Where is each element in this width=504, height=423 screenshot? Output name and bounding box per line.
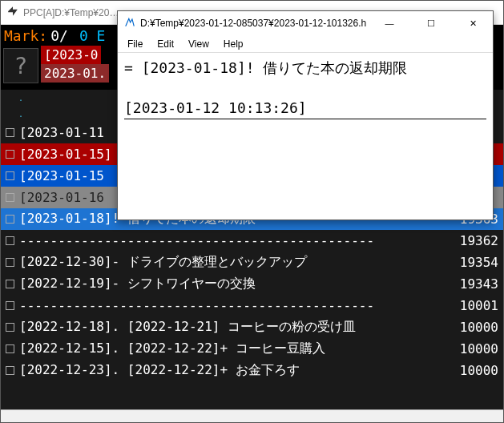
checkbox-icon[interactable] xyxy=(6,128,14,137)
minimize-button[interactable]: — xyxy=(371,11,408,35)
list-item-text: ----------------------------------------… xyxy=(19,233,449,248)
list-item-text: [2022-12-23]. [2022-12-22]+ お金下ろす xyxy=(19,362,449,379)
maximize-button[interactable]: ☐ xyxy=(413,11,450,35)
menu-help[interactable]: Help xyxy=(217,37,250,51)
list-item-text: [2022-12-15]. [2022-12-22]+ コーヒー豆購入 xyxy=(19,340,449,357)
editor-titlebar[interactable]: D:¥Temp¥2023-01-12-085037¥2023-01-12-101… xyxy=(118,11,493,35)
list-item-text: ----------------------------------------… xyxy=(19,298,449,313)
list-item-number: 10001 xyxy=(454,298,498,313)
checkbox-icon[interactable] xyxy=(6,258,14,267)
editor-title-text: D:¥Temp¥2023-01-12-085037¥2023-01-12-101… xyxy=(140,18,366,29)
checkbox-icon[interactable] xyxy=(6,150,14,159)
list-item-number: 19354 xyxy=(454,255,498,270)
list-item-number: 19343 xyxy=(454,276,498,292)
editor-line-2: [2023-01-12 10:13:26] xyxy=(124,98,486,119)
checkbox-icon[interactable] xyxy=(6,236,14,245)
checkbox-icon[interactable] xyxy=(6,301,14,310)
thumb-line-1: [2023-0 xyxy=(41,46,101,64)
list-item-text: [2022-12-19]- シフトワイヤーの交換 xyxy=(19,276,449,292)
mark-value: 0/ xyxy=(50,27,68,44)
list-item[interactable]: ----------------------------------------… xyxy=(1,295,503,316)
main-title-text: PPC[A]D:¥Temp¥20… xyxy=(23,7,119,18)
editor-line-1: = [2023-01-18]! 借りてた本の返却期限 xyxy=(124,58,486,78)
list-item-number: 10000 xyxy=(454,341,498,357)
mark-label: Mark: xyxy=(4,27,47,44)
list-item[interactable]: ----------------------------------------… xyxy=(1,230,503,252)
entry-count: 0 E xyxy=(79,27,106,44)
checkbox-icon[interactable] xyxy=(6,323,14,332)
editor-menubar: File Edit View Help xyxy=(118,35,493,53)
list-item-text: [2022-12-30]- ドライブの整理とバックアップ xyxy=(19,254,449,271)
checkbox-icon[interactable] xyxy=(6,344,14,353)
editor-body[interactable]: = [2023-01-18]! 借りてた本の返却期限 [2023-01-12 1… xyxy=(118,53,493,220)
editor-window[interactable]: D:¥Temp¥2023-01-12-085037¥2023-01-12-101… xyxy=(117,10,494,220)
list-item-number: 19362 xyxy=(454,233,498,248)
document-icon xyxy=(124,17,135,30)
menu-view[interactable]: View xyxy=(182,37,216,51)
list-item[interactable]: [2022-12-15]. [2022-12-22]+ コーヒー豆購入10000 xyxy=(1,338,503,360)
list-item[interactable]: [2022-12-23]. [2022-12-22]+ お金下ろす10000 xyxy=(1,360,503,381)
file-thumbnail[interactable]: ? xyxy=(3,48,38,83)
thumb-line-2: 2023-01. xyxy=(41,64,109,83)
app-icon xyxy=(7,6,18,19)
checkbox-icon[interactable] xyxy=(6,193,14,202)
checkbox-icon[interactable] xyxy=(6,215,14,224)
thumbnail-placeholder-icon: ? xyxy=(14,53,28,79)
menu-edit[interactable]: Edit xyxy=(151,37,180,51)
checkbox-icon[interactable] xyxy=(6,366,14,375)
list-item-number: 10000 xyxy=(454,320,498,335)
close-button[interactable]: ✕ xyxy=(454,11,491,35)
list-item-number: 10000 xyxy=(454,363,498,378)
checkbox-icon[interactable] xyxy=(6,280,14,288)
horizontal-scrollbar[interactable] xyxy=(1,409,503,422)
checkbox-icon[interactable] xyxy=(6,171,14,180)
list-item[interactable]: [2022-12-18]. [2022-12-21] コーヒーの粉の受け皿100… xyxy=(1,316,503,338)
thumbnail-preview: [2023-0 2023-01. xyxy=(41,46,109,83)
menu-file[interactable]: File xyxy=(121,37,149,51)
list-item-text: [2022-12-18]. [2022-12-21] コーヒーの粉の受け皿 xyxy=(19,319,449,336)
list-item[interactable]: [2022-12-30]- ドライブの整理とバックアップ19354 xyxy=(1,252,503,273)
list-item[interactable]: [2022-12-19]- シフトワイヤーの交換19343 xyxy=(1,273,503,295)
